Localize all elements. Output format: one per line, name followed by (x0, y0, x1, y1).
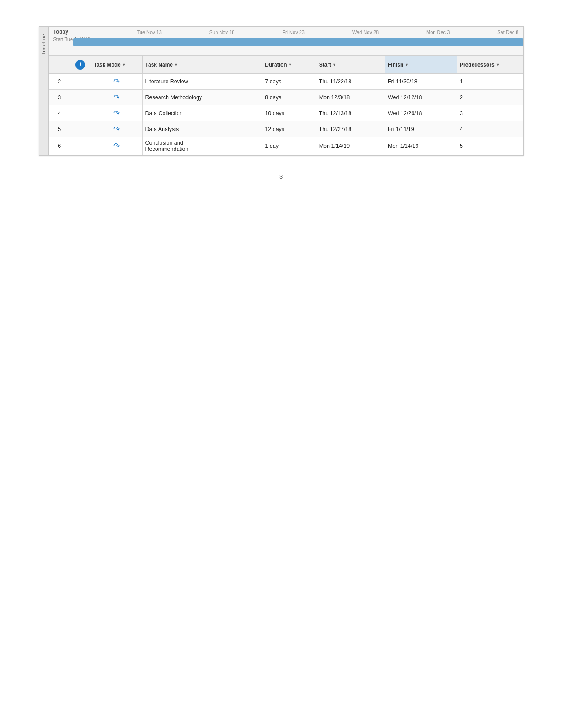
row-duration-4: 1 day (262, 137, 316, 155)
row-predecessors-4: 5 (457, 137, 523, 155)
page-number: 3 (39, 173, 524, 180)
row-info-3 (70, 121, 91, 137)
row-duration-3: 12 days (262, 121, 316, 137)
th-duration-label: Duration (265, 62, 287, 68)
th-task-name-label: Task Name (145, 62, 173, 68)
row-duration-0: 7 days (262, 74, 316, 90)
row-mode-4: ↷ (91, 137, 142, 155)
row-task-name-4: Conclusion and Recommendation (142, 137, 262, 155)
row-finish-2: Wed 12/26/18 (385, 105, 457, 121)
th-info: i (70, 56, 91, 74)
task-mode-icon-3: ↷ (94, 124, 140, 134)
today-marker: Today (53, 29, 68, 35)
th-num (49, 56, 70, 74)
row-predecessors-2: 3 (457, 105, 523, 121)
th-finish-label: Finish (388, 62, 403, 68)
row-task-name-0: Literature Review (142, 74, 262, 90)
row-mode-1: ↷ (91, 90, 142, 105)
row-finish-0: Fri 11/30/18 (385, 74, 457, 90)
row-predecessors-0: 1 (457, 74, 523, 90)
duration-dropdown-arrow[interactable]: ▼ (288, 63, 292, 67)
row-num-1: 3 (49, 90, 70, 105)
info-icon[interactable]: i (75, 60, 85, 70)
gantt-content: Today Start Tue 11/6/18 Tue Nov 13 Sun N… (49, 27, 523, 155)
row-num-4: 6 (49, 137, 70, 155)
row-start-4: Mon 1/14/19 (316, 137, 385, 155)
row-info-4 (70, 137, 91, 155)
th-predecessors: Predecessors ▼ (457, 56, 523, 74)
timeline-date-2: Fri Nov 23 (282, 30, 305, 35)
timeline-date-0: Tue Nov 13 (137, 30, 162, 35)
task-table: i Task Mode ▼ Task Name ▼ (49, 56, 523, 155)
row-task-name-1: Research Methodology (142, 90, 262, 105)
row-mode-3: ↷ (91, 121, 142, 137)
row-info-1 (70, 90, 91, 105)
predecessors-dropdown-arrow[interactable]: ▼ (496, 63, 500, 67)
row-info-0 (70, 74, 91, 90)
timeline-date-4: Mon Dec 3 (426, 30, 450, 35)
finish-dropdown-arrow[interactable]: ▼ (405, 63, 409, 67)
start-label: Start (53, 37, 63, 42)
row-num-2: 4 (49, 105, 70, 121)
row-num-0: 2 (49, 74, 70, 90)
row-duration-2: 10 days (262, 105, 316, 121)
timeline-date-1: Sun Nov 18 (209, 30, 234, 35)
row-finish-3: Fri 1/11/19 (385, 121, 457, 137)
task-name-dropdown-arrow[interactable]: ▼ (174, 63, 178, 67)
task-mode-icon-1: ↷ (94, 93, 140, 102)
row-start-2: Thu 12/13/18 (316, 105, 385, 121)
timeline-label: Timeline (41, 34, 46, 55)
start-dropdown-arrow[interactable]: ▼ (332, 63, 336, 67)
main-container: Timeline Today Start Tue 11/6/18 Tue Nov… (39, 26, 524, 180)
gantt-wrapper: Timeline Today Start Tue 11/6/18 Tue Nov… (39, 26, 524, 156)
th-start-label: Start (319, 62, 331, 68)
task-mode-icon-4: ↷ (94, 141, 140, 151)
row-finish-1: Wed 12/12/18 (385, 90, 457, 105)
task-mode-icon-2: ↷ (94, 108, 140, 118)
table-row: 3↷Research Methodology8 daysMon 12/3/18W… (49, 90, 523, 105)
th-finish: Finish ▼ (385, 56, 457, 74)
task-mode-icon-0: ↷ (94, 77, 140, 86)
th-task-name: Task Name ▼ (142, 56, 262, 74)
table-row: 2↷Literature Review7 daysThu 11/22/18Fri… (49, 74, 523, 90)
row-predecessors-3: 4 (457, 121, 523, 137)
row-mode-0: ↷ (91, 74, 142, 90)
row-mode-2: ↷ (91, 105, 142, 121)
th-task-mode: Task Mode ▼ (91, 56, 142, 74)
timeline-date-5: Sat Dec 8 (497, 30, 518, 35)
task-mode-dropdown-arrow[interactable]: ▼ (122, 63, 126, 67)
th-predecessors-label: Predecessors (460, 62, 495, 68)
th-task-mode-label: Task Mode (94, 62, 121, 68)
row-info-2 (70, 105, 91, 121)
row-duration-1: 8 days (262, 90, 316, 105)
th-start: Start ▼ (316, 56, 385, 74)
table-row: 6↷Conclusion and Recommendation1 dayMon … (49, 137, 523, 155)
timeline-header: Today Start Tue 11/6/18 Tue Nov 13 Sun N… (49, 27, 523, 56)
table-header-row: i Task Mode ▼ Task Name ▼ (49, 56, 523, 74)
row-num-3: 5 (49, 121, 70, 137)
row-predecessors-1: 2 (457, 90, 523, 105)
row-task-name-2: Data Collection (142, 105, 262, 121)
table-row: 5↷Data Analysis12 daysThu 12/27/18Fri 1/… (49, 121, 523, 137)
row-start-0: Thu 11/22/18 (316, 74, 385, 90)
row-finish-4: Mon 1/14/19 (385, 137, 457, 155)
timeline-sidebar: Timeline (39, 27, 49, 155)
table-row: 4↷Data Collection10 daysThu 12/13/18Wed … (49, 105, 523, 121)
row-task-name-3: Data Analysis (142, 121, 262, 137)
timeline-dates-line: Tue Nov 13 Sun Nov 18 Fri Nov 23 Wed Nov… (137, 30, 523, 35)
th-duration: Duration ▼ (262, 56, 316, 74)
row-start-3: Thu 12/27/18 (316, 121, 385, 137)
timeline-blue-bar (73, 38, 523, 46)
timeline-date-3: Wed Nov 28 (352, 30, 379, 35)
row-start-1: Mon 12/3/18 (316, 90, 385, 105)
